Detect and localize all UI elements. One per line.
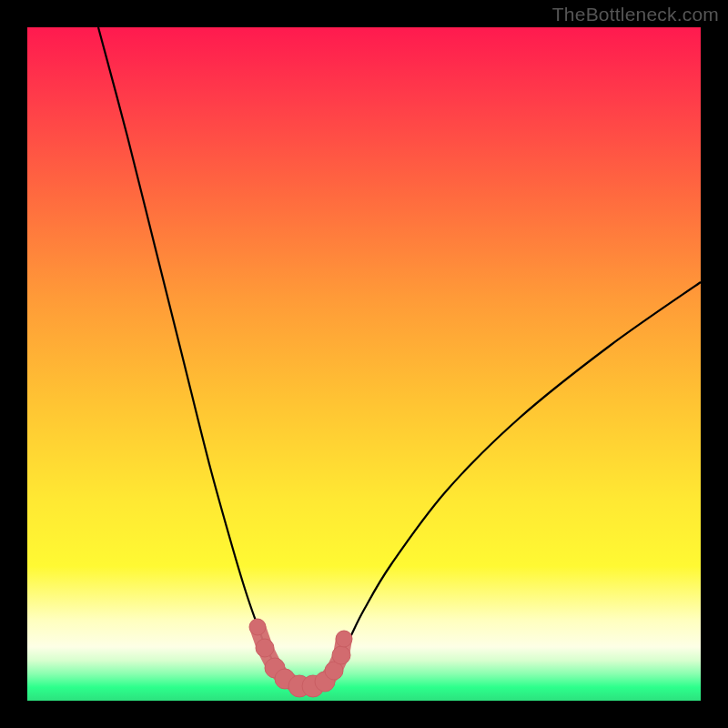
marker-dot [256,639,274,657]
left-curve [98,27,318,690]
marker-dot [336,631,352,647]
marker-dot [332,646,350,664]
marker-dot [249,619,266,635]
watermark-text: TheBottleneck.com [552,4,719,25]
right-curve [318,282,701,689]
chart-svg [27,27,701,701]
chart-plot-area [27,27,701,701]
